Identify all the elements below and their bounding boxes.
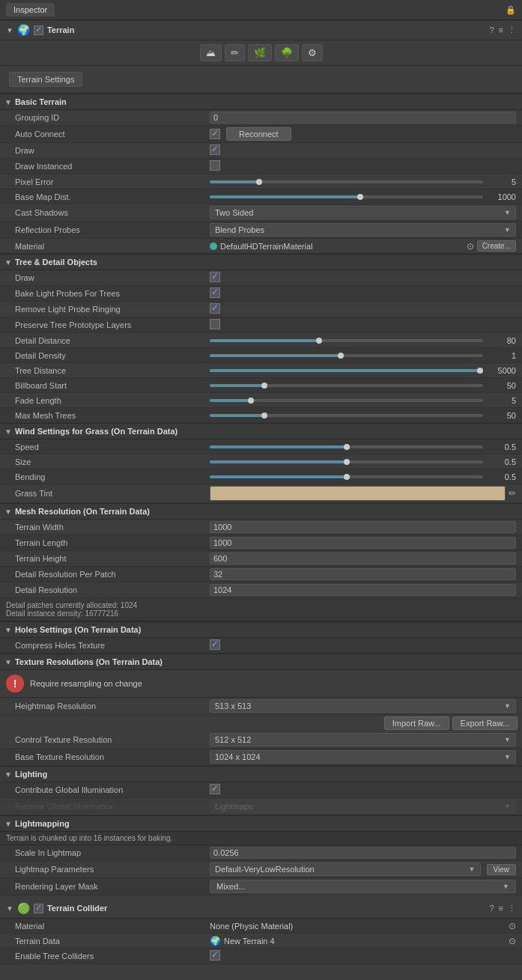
enable-tree-colliders-checkbox[interactable] [210, 950, 220, 961]
basic-terrain-section-header[interactable]: ▼ Basic Terrain [0, 94, 522, 110]
create-material-button[interactable]: Create... [477, 240, 516, 252]
texture-res-section-header[interactable]: ▼ Texture Resolutions (On Terrain Data) [0, 654, 522, 670]
grass-tint-row: Grass Tint ✏ [0, 484, 522, 503]
collider-title: Terrain Collider [47, 904, 486, 913]
max-mesh-trees-track[interactable] [210, 414, 483, 417]
billboard-start-track[interactable] [210, 384, 483, 387]
terrain-length-input[interactable]: 1000 [210, 537, 516, 549]
heightmap-res-arrow: ▼ [504, 702, 511, 710]
terrain-component-header: ▼ 🌍 ✓ Terrain ? ≡ ⋮ [0, 20, 522, 40]
wind-bending-track[interactable] [210, 475, 483, 478]
lightmapping-section-header[interactable]: ▼ Lightmapping [0, 815, 522, 832]
lock-icon[interactable]: 🔒 [506, 5, 516, 15]
terrain-length-label: Terrain Length [15, 538, 210, 547]
mesh-label: Mesh Resolution (On Terrain Data) [15, 507, 150, 516]
terrain-tool-btn-3[interactable]: 🌳 [275, 44, 299, 61]
pixel-error-slider-container: 5 [210, 177, 516, 186]
wind-speed-track[interactable] [210, 445, 483, 448]
basic-terrain-label: Basic Terrain [15, 97, 67, 106]
compress-holes-checkbox[interactable] [210, 639, 220, 650]
lightmapping-chunk-info: Terrain is chunked up into 16 instances … [0, 832, 522, 845]
tree-draw-row: Draw [0, 270, 522, 286]
tree-detail-section-header[interactable]: ▼ Tree & Detail Objects [0, 254, 522, 270]
cast-shadows-dropdown[interactable]: Two Sided ▼ [210, 206, 516, 219]
collider-collapse-arrow[interactable]: ▼ [6, 904, 13, 913]
grass-tint-value: ✏ [210, 486, 516, 501]
contribute-gi-label: Contribute Global Illumination [15, 785, 210, 794]
detail-density-track[interactable] [210, 354, 483, 357]
pixel-error-track[interactable] [210, 180, 483, 183]
billboard-start-slider-container: 50 [210, 381, 516, 390]
collapse-arrow[interactable]: ▼ [6, 26, 13, 34]
inspector-tab[interactable]: Inspector [6, 3, 55, 16]
collider-material-target[interactable]: ⊙ [509, 921, 516, 931]
preserve-tree-checkbox[interactable] [210, 319, 220, 329]
fade-length-track[interactable] [210, 399, 483, 402]
terrain-tool-btn-2[interactable]: 🌿 [248, 44, 272, 61]
material-target-icon[interactable]: ⊙ [467, 241, 474, 252]
collider-material-row: Material None (Physic Material) ⊙ [0, 919, 522, 934]
grass-tint-eyedropper[interactable]: ✏ [509, 488, 516, 499]
collider-active-checkbox[interactable]: ✓ [34, 904, 43, 913]
reflection-probes-arrow: ▼ [504, 226, 511, 234]
layers-icon[interactable]: ≡ [499, 25, 503, 35]
reconnect-button[interactable]: Reconnect [226, 127, 291, 141]
more-icon[interactable]: ⋮ [508, 25, 516, 35]
terrain-settings-button[interactable]: Terrain Settings [9, 72, 82, 87]
pixel-error-row: Pixel Error 5 [0, 174, 522, 189]
remove-light-checkbox[interactable] [210, 303, 220, 314]
tree-distance-track[interactable] [210, 369, 483, 372]
wind-size-track[interactable] [210, 460, 483, 463]
grouping-id-value[interactable]: 0 [210, 112, 516, 124]
control-texture-arrow: ▼ [504, 736, 511, 743]
help-icon[interactable]: ? [489, 25, 494, 35]
lighting-section-header[interactable]: ▼ Lighting [0, 766, 522, 782]
detail-resolution-input[interactable]: 1024 [210, 584, 516, 596]
mesh-resolution-section-header[interactable]: ▼ Mesh Resolution (On Terrain Data) [0, 503, 522, 520]
control-texture-dropdown[interactable]: 512 x 512 ▼ [210, 733, 516, 746]
base-map-dist-track[interactable] [210, 195, 483, 198]
enable-tree-colliders-value [210, 950, 516, 962]
collider-layers-icon[interactable]: ≡ [499, 904, 503, 913]
terrain-height-input[interactable]: 600 [210, 553, 516, 564]
tree-draw-checkbox[interactable] [210, 272, 220, 282]
holes-section-header[interactable]: ▼ Holes Settings (On Terrain Data) [0, 621, 522, 638]
grass-tint-swatch[interactable] [210, 486, 506, 501]
base-texture-dropdown[interactable]: 1024 x 1024 ▼ [210, 750, 516, 764]
reflection-probes-dropdown[interactable]: Blend Probes ▼ [210, 223, 516, 237]
terrain-active-checkbox[interactable]: ✓ [34, 25, 43, 35]
detail-res-per-patch-input[interactable]: 32 [210, 568, 516, 580]
lightmap-params-view-button[interactable]: View [487, 864, 517, 875]
reflection-probes-label: Reflection Probes [15, 225, 210, 234]
terrain-data-target[interactable]: ⊙ [509, 936, 516, 946]
wind-settings-section-header[interactable]: ▼ Wind Settings for Grass (On Terrain Da… [0, 423, 522, 439]
heightmap-res-dropdown[interactable]: 513 x 513 ▼ [210, 699, 516, 713]
terrain-width-input[interactable]: 1000 [210, 521, 516, 533]
collider-more-icon[interactable]: ⋮ [508, 904, 516, 913]
draw-instanced-checkbox[interactable] [210, 160, 220, 171]
export-raw-button[interactable]: Export Raw... [452, 716, 518, 730]
terrain-height-label: Terrain Height [15, 554, 210, 563]
draw-checkbox[interactable] [210, 144, 220, 155]
detail-density-slider-container: 1 [210, 351, 516, 360]
terrain-data-row: Terrain Data 🌍 New Terrain 4 ⊙ [0, 934, 522, 949]
base-map-dist-row: Base Map Dist. 1000 [0, 189, 522, 204]
wind-arrow: ▼ [4, 427, 12, 436]
scale-lightmap-input[interactable]: 0.0256 [210, 847, 516, 859]
import-raw-button[interactable]: Import Raw... [384, 716, 449, 730]
basic-terrain-arrow: ▼ [4, 98, 12, 106]
bake-light-checkbox[interactable] [210, 287, 220, 298]
lightmap-params-dropdown[interactable]: Default-VeryLowResolution ▼ [210, 862, 481, 876]
auto-connect-checkbox[interactable] [210, 129, 220, 139]
contribute-gi-checkbox[interactable] [210, 784, 220, 794]
terrain-tool-btn-1[interactable]: ✏ [225, 44, 245, 61]
material-row: Material DefaultHDTerrainMaterial ⊙ Crea… [0, 239, 522, 254]
detail-distance-track[interactable] [210, 339, 483, 342]
terrain-tool-btn-0[interactable]: ⛰ [200, 44, 222, 61]
collider-help-icon[interactable]: ? [489, 904, 494, 913]
detail-density-thumb [338, 353, 344, 359]
grouping-id-input[interactable]: 0 [210, 112, 516, 124]
rendering-layer-dropdown[interactable]: Mixed... ▼ [210, 880, 516, 893]
terrain-tool-btn-4[interactable]: ⚙ [302, 44, 323, 61]
rendering-layer-value: Mixed... ▼ [210, 880, 516, 893]
